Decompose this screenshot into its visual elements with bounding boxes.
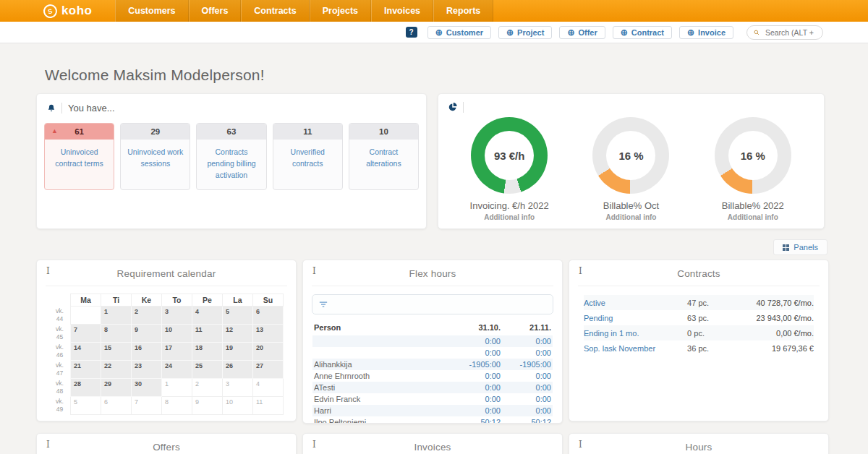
contract-link-sop-lask-november[interactable]: Sop. lask November: [584, 340, 687, 356]
contract-link-ending-in-1-mo[interactable]: Ending in 1 mo.: [584, 325, 687, 340]
divider: [312, 286, 553, 286]
flex-value-2[interactable]: 0:00: [502, 335, 553, 347]
col-date-1: 31.10.: [451, 321, 502, 335]
you-have-title: You have...: [68, 103, 115, 113]
calendar-day-24: 24: [162, 361, 192, 379]
stat-value: 10: [349, 124, 418, 140]
donut-ring[interactable]: 93 €/h: [471, 117, 548, 194]
help-button[interactable]: ?: [406, 27, 417, 38]
flex-value-1[interactable]: 50:12: [451, 416, 502, 424]
add-customer-button[interactable]: ⊕Customer: [427, 26, 491, 39]
stat-unverified-contracts[interactable]: 11Unverified contracts: [273, 123, 343, 190]
stat-label: Uninvoiced contract terms: [45, 140, 114, 179]
nav-item-invoices[interactable]: Invoices: [371, 0, 433, 22]
flex-hours-row: Anne Ehrnrooth0:000:00: [312, 370, 553, 382]
drag-handle-icon[interactable]: I: [46, 266, 50, 276]
requirement-calendar: MaTiKeToPeLaSuvk.44123456vk.457891011121…: [49, 294, 284, 415]
contract-link-pending[interactable]: Pending: [584, 310, 687, 325]
week-label: vk.44: [49, 307, 71, 325]
koho-logo[interactable]: S koho: [0, 0, 92, 22]
warning-triangle-icon: ▲: [51, 127, 58, 134]
flex-hours-filter[interactable]: [312, 294, 553, 314]
add-contract-button[interactable]: ⊕Contract: [613, 26, 672, 39]
add-project-button[interactable]: ⊕Project: [498, 26, 552, 39]
calendar-week-row: vk.482829301234: [49, 379, 284, 397]
flex-hours-row: 0:000:00: [312, 335, 553, 347]
drag-handle-icon[interactable]: I: [46, 440, 50, 450]
flex-value-1[interactable]: 0:00: [451, 347, 502, 359]
calendar-day-4: 4: [253, 379, 284, 397]
additional-info-link[interactable]: Additional info: [695, 213, 811, 221]
search-box[interactable]: [746, 25, 823, 40]
person-name: Ilpo Peltoniemi: [312, 416, 451, 424]
add-project-label: Project: [517, 28, 544, 37]
bottom-panels-row: IOffersIInvoicesIHours: [36, 433, 832, 454]
additional-info-link[interactable]: Additional info: [573, 213, 689, 221]
flex-value-2[interactable]: 0:00: [502, 393, 553, 405]
flex-value-2[interactable]: 50:12: [502, 416, 553, 424]
calendar-day-empty: [71, 307, 101, 325]
calendar-week-row: vk.4614151617181920: [49, 343, 284, 361]
add-offer-button[interactable]: ⊕Offer: [559, 26, 605, 39]
calendar-day-7: 7: [132, 397, 162, 415]
stat-uninvoiced-contract-terms[interactable]: 61▲Uninvoiced contract terms: [44, 123, 114, 190]
donut-ring[interactable]: 16 %: [715, 117, 791, 194]
flex-value-1[interactable]: 0:00: [451, 405, 502, 416]
calendar-day-11: 11: [192, 325, 223, 343]
stat-contracts-pending-billing-activation[interactable]: 63Contracts pending billing activation: [196, 123, 266, 190]
flex-value-1[interactable]: 0:00: [451, 393, 502, 405]
flex-value-2[interactable]: 0:00: [502, 370, 553, 382]
panels-button[interactable]: Panels: [773, 239, 827, 255]
flex-value-1[interactable]: 0:00: [451, 370, 502, 382]
stat-uninvoiced-work-sessions[interactable]: 29Uninvoiced work sessions: [120, 123, 190, 190]
contract-link-active[interactable]: Active: [584, 295, 687, 310]
drag-handle-icon[interactable]: I: [312, 440, 316, 450]
nav-item-reports[interactable]: Reports: [433, 0, 493, 22]
divider: [61, 103, 62, 113]
person-name: Harri: [312, 405, 451, 416]
calendar-week-row: vk.49567891011: [49, 397, 284, 415]
search-input[interactable]: [764, 27, 816, 38]
flex-value-1[interactable]: -1905:00: [451, 359, 502, 370]
additional-info-link[interactable]: Additional info: [451, 213, 567, 221]
calendar-day-11: 11: [253, 397, 284, 415]
contracts-row: Sop. lask November36 pc.19 679,36 €: [584, 340, 814, 356]
drag-handle-icon[interactable]: I: [579, 440, 582, 450]
calendar-day-20: 20: [253, 343, 284, 361]
flex-value-1[interactable]: 0:00: [451, 382, 502, 393]
stat-contract-alterations[interactable]: 10Contract alterations: [349, 123, 419, 190]
weekday-to: To: [162, 294, 192, 307]
flex-value-2[interactable]: 0:00: [502, 405, 553, 416]
weekday-la: La: [223, 294, 253, 307]
flex-value-1[interactable]: 0:00: [451, 335, 502, 347]
contract-count: 0 pc.: [687, 325, 733, 340]
nav-item-projects[interactable]: Projects: [310, 0, 371, 22]
middle-panels-row: I Requirement calendar MaTiKeToPeLaSuvk.…: [36, 260, 832, 424]
brand-name: koho: [61, 4, 92, 18]
nav-item-offers[interactable]: Offers: [189, 0, 242, 22]
calendar-day-9: 9: [132, 325, 162, 343]
nav-item-customers[interactable]: Customers: [115, 0, 188, 22]
contract-count: 63 pc.: [687, 310, 733, 325]
donut-center-value: 16 %: [592, 117, 669, 194]
circled-plus-icon: ⊕: [687, 28, 694, 37]
calendar-day-4: 4: [192, 307, 223, 325]
donut-chart-billable-oct: 16 %Billable% OctAdditional info: [573, 113, 689, 221]
calendar-day-15: 15: [101, 343, 132, 361]
flex-value-2[interactable]: 0:00: [502, 382, 553, 393]
drag-handle-icon[interactable]: I: [579, 266, 582, 276]
drag-handle-icon[interactable]: I: [312, 266, 316, 276]
filter-icon: [319, 301, 328, 309]
weekday-ma: Ma: [71, 294, 101, 307]
flex-value-2[interactable]: -1905:00: [502, 359, 553, 370]
nav-item-contracts[interactable]: Contracts: [241, 0, 309, 22]
top-panels-row: You have... 61▲Uninvoiced contract terms…: [36, 93, 832, 229]
donut-ring[interactable]: 16 %: [592, 117, 669, 194]
calendar-day-27: 27: [253, 361, 284, 379]
calendar-day-9: 9: [192, 397, 223, 415]
add-offer-label: Offer: [578, 28, 597, 37]
add-invoice-button[interactable]: ⊕Invoice: [679, 26, 733, 39]
divider: [46, 286, 287, 286]
weekday-ti: Ti: [101, 294, 132, 307]
flex-value-2[interactable]: 0:00: [502, 347, 553, 359]
